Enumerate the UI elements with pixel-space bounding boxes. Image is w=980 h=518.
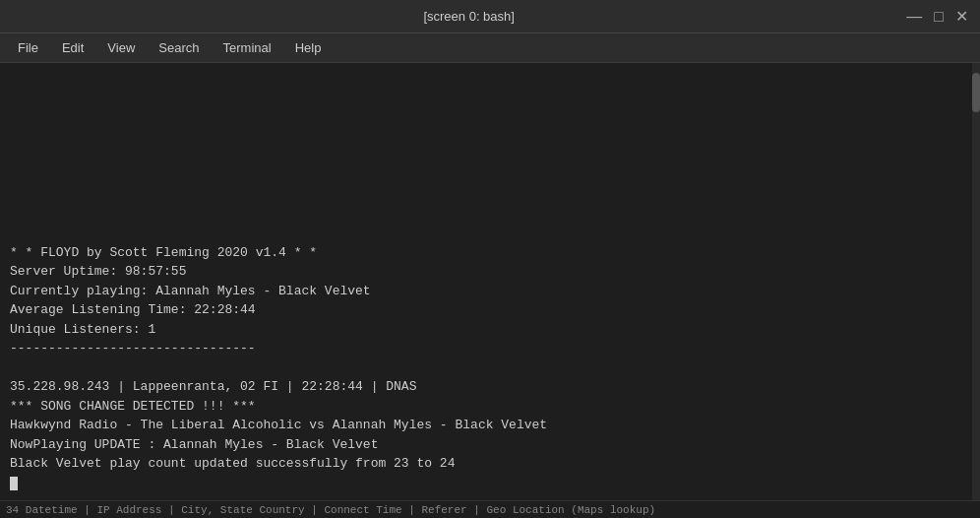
scrollbar[interactable]	[972, 63, 980, 500]
title-bar: [screen 0: bash] — □ ✕	[0, 0, 980, 33]
scrollbar-thumb[interactable]	[972, 73, 980, 112]
menu-help[interactable]: Help	[285, 36, 332, 59]
menu-edit[interactable]: Edit	[52, 36, 93, 59]
restore-button[interactable]: □	[934, 9, 944, 25]
menu-terminal[interactable]: Terminal	[214, 36, 281, 59]
title-bar-controls: — □ ✕	[906, 9, 968, 25]
terminal-cursor	[10, 477, 18, 490]
menu-file[interactable]: File	[8, 36, 48, 59]
window-title: [screen 0: bash]	[423, 9, 515, 24]
status-bar: 34 Datetime | IP Address | City, State C…	[0, 500, 980, 518]
close-button[interactable]: ✕	[955, 9, 968, 25]
menu-bar: File Edit View Search Terminal Help	[0, 33, 980, 63]
menu-search[interactable]: Search	[149, 36, 209, 59]
terminal-output: * * FLOYD by Scott Fleming 2020 v1.4 * *…	[10, 63, 970, 492]
menu-view[interactable]: View	[97, 36, 145, 59]
status-text: 34 Datetime | IP Address | City, State C…	[6, 504, 655, 516]
minimize-button[interactable]: —	[906, 9, 922, 25]
terminal-body[interactable]: * * FLOYD by Scott Fleming 2020 v1.4 * *…	[0, 63, 980, 500]
